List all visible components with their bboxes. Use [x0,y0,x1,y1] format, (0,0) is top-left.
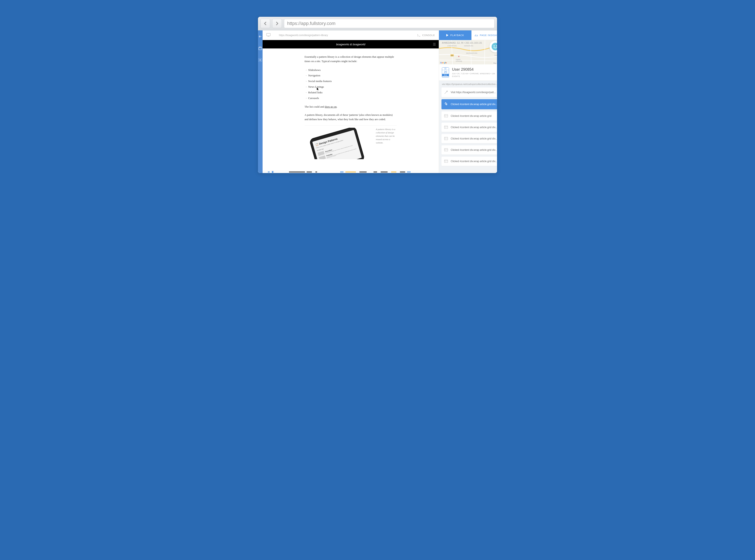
events-list: Visit https://boagworld.com/design/patt.… [439,87,497,173]
svg-point-14 [492,43,497,50]
location-map: 231 USMANPURA NARANPURA NAVRANGPURA DARI… [439,40,497,64]
event-text: Clicked #content div.wrap article.grid d… [451,160,497,163]
app-area: https://boagworld.com/design/pattern-lib… [258,31,497,173]
tab-page-insights[interactable]: PAGE INSIGHTS [471,31,497,40]
session-replay-viewport[interactable]: boagworks & boagworld ☰ Essentially a pa… [263,40,439,171]
svg-rect-21 [444,160,448,163]
svg-rect-2 [267,33,270,36]
svg-rect-19 [444,137,448,140]
main-content: https://boagworld.com/design/pattern-lib… [263,31,439,173]
nav-forward-button[interactable] [272,19,282,28]
event-text: Clicked #content div.wrap article.grid d… [451,126,497,129]
svg-text:231: 231 [451,55,453,56]
figure-caption: A pattern library is a collection of des… [376,128,397,159]
window-icon [444,137,448,140]
svg-point-15 [494,45,495,46]
left-rail [258,31,263,173]
list-item: Slideshows [306,67,397,73]
event-item[interactable]: Clicked #content div.wrap article.grid d… [442,123,497,132]
recorded-cursor-icon [317,87,319,91]
site-logo-text: boagworks & boagworld [336,43,365,46]
location-text: AHMEDABAD, GJ, IN • 202.131.103.131 [442,42,482,44]
sessions-icon[interactable] [258,46,263,52]
back-arrow-icon[interactable] [258,34,263,40]
window-icon [444,148,448,152]
figure-image: 📋 Design Patterns Patterns are a simple,… [305,128,372,159]
list-item: Carousels [306,96,397,101]
article-list: Slideshows Navigation Social media featu… [306,67,397,101]
session-toolbar: https://boagworld.com/design/pattern-lib… [263,31,439,40]
window-icon [444,114,448,118]
bar-chart-icon [475,34,478,37]
right-panel: PLAYBACK PAGE INSIGHTS 231 [439,31,497,173]
svg-point-6 [458,56,460,57]
event-text: Clicked #content div.wrap article.grid d… [451,148,497,152]
svg-text:USMANPURA: USMANPURA [447,45,457,46]
svg-rect-17 [444,115,448,117]
console-icon [417,34,421,37]
event-item[interactable]: Visit https://boagworld.com/design/patt.… [442,87,497,97]
svg-rect-18 [444,126,448,128]
recorded-article: Essentially a pattern library is a colle… [263,48,439,161]
nav-back-button[interactable] [261,19,270,28]
playhead[interactable] [271,171,274,173]
list-item: Social media features [306,78,397,84]
window-icon [444,160,448,163]
browser-chrome: https://app.fullstory.com [258,17,497,31]
user-name: User 290854 [452,67,497,72]
window-icon [444,126,448,129]
article-link: does go on [325,105,336,108]
figure-row: 📋 Design Patterns Patterns are a simple,… [305,125,397,159]
console-label: CONSOLE [422,34,435,37]
navigate-icon [444,91,448,94]
svg-rect-20 [444,148,448,151]
svg-rect-0 [259,47,262,50]
playback-timeline[interactable] [263,171,439,173]
event-item[interactable]: Clicked #content div.wrap article.grid d… [442,99,497,109]
list-item: News Listings [306,84,397,90]
browser-window: https://app.fullstory.com https://boagwo… [258,17,497,173]
event-text: Visit https://boagworld.com/design/patt.… [451,91,496,94]
map-logo: Google [440,62,447,64]
article-para2: The list could and does go on. [305,105,397,109]
console-button[interactable]: CONSOLE [417,34,435,37]
referrer-row: via https://tympanus.net/codrops/collect… [439,81,497,87]
map-attribution: Map data ©20 [493,62,497,64]
svg-text:NARANPURA: NARANPURA [464,45,473,46]
svg-point-1 [260,59,261,61]
article-intro: Essentially a pattern library is a colle… [305,55,397,63]
svg-text:University: University [456,60,462,62]
event-item[interactable]: Clicked #content div.wrap article.grid d… [442,145,497,155]
event-text: Clicked #content div.wrap article.grid d… [451,137,497,140]
tablet-device: 📋 Design Patterns Patterns are a simple,… [309,128,365,159]
event-text: Clicked #content div.wrap article.grid d… [451,103,497,106]
user-meta: JULY 20, 7:33 AM • CHROME, WINDOWS • 136… [452,72,497,78]
list-item: Navigation [306,73,397,78]
chevron-left-icon [264,21,267,25]
panel-tabs: PLAYBACK PAGE INSIGHTS [439,31,497,40]
url-bar-text: https://app.fullstory.com [287,21,335,26]
url-bar[interactable]: https://app.fullstory.com [284,19,494,28]
hamburger-icon: ☰ [433,42,436,46]
event-item[interactable]: Clicked #content div.wrap article.grid d… [442,157,497,166]
recorded-url: https://boagworld.com/design/pattern-lib… [279,34,328,37]
svg-text:GHEEKAN: GHEEKAN [494,55,497,56]
svg-text:NAVRANGPURA: NAVRANGPURA [466,53,477,54]
article-para3: A pattern library, documents all of thes… [305,113,397,122]
event-item[interactable]: Clicked #content div.wrap article.grid [442,112,497,121]
desktop-icon [266,33,270,37]
settings-icon[interactable] [258,58,263,63]
tab-playback[interactable]: PLAYBACK [439,31,471,40]
pointer-click-icon [444,102,448,106]
list-item: Related links [306,90,397,96]
event-text: Clicked #content div.wrap article.grid [451,115,492,117]
date-badge: ┃┃ 20 JUL [442,67,449,78]
event-item[interactable]: Clicked #content div.wrap article.grid d… [442,134,497,143]
user-card: ┃┃ 20 JUL User 290854 JULY 20, 7:33 AM •… [439,64,497,81]
play-icon [446,34,448,37]
chevron-right-icon [276,21,279,25]
recorded-site-header: boagworks & boagworld ☰ [263,40,439,48]
svg-text:Gujarat: Gujarat [456,59,461,60]
